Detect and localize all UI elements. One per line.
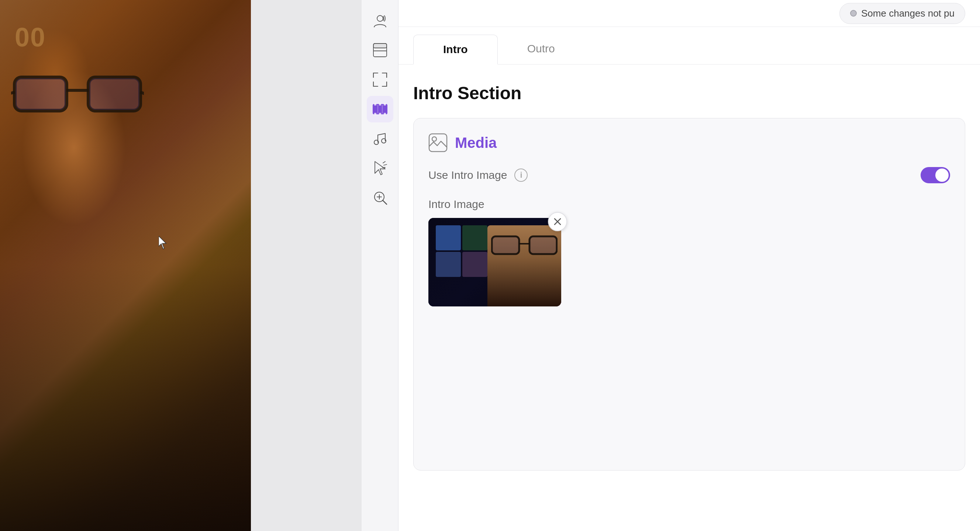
svg-marker-7: [159, 236, 166, 249]
tile-4: [462, 252, 487, 277]
use-intro-image-toggle[interactable]: [921, 167, 950, 183]
svg-rect-32: [429, 134, 447, 152]
tab-intro[interactable]: Intro: [413, 35, 498, 65]
tab-container: Intro Outro: [398, 27, 980, 65]
media-header: Media: [428, 133, 950, 152]
svg-rect-12: [373, 104, 387, 114]
media-card: Media Use Intro Image i Intro Image: [413, 118, 965, 471]
svg-point-8: [377, 16, 383, 21]
more-content: [428, 308, 950, 455]
media-icon: [428, 133, 447, 152]
sidebar-item-music[interactable]: [367, 125, 393, 152]
preview-image: 00: [0, 0, 251, 531]
spacer-area: [251, 0, 361, 531]
cursor-icon: [159, 236, 167, 249]
media-title: Media: [455, 135, 496, 151]
image-tiles: [436, 225, 487, 277]
svg-rect-5: [16, 78, 66, 110]
svg-rect-19: [384, 113, 386, 115]
intro-image-section: Intro Image: [428, 198, 950, 308]
person-silhouette: [487, 225, 561, 306]
glasses-overlay: [11, 67, 144, 125]
svg-rect-34: [492, 236, 519, 254]
close-image-button[interactable]: [548, 212, 567, 231]
intro-image: [428, 218, 561, 306]
intro-image-container: [428, 218, 561, 306]
svg-rect-18: [379, 113, 381, 115]
sidebar-item-scenes[interactable]: [367, 96, 393, 122]
tile-1: [436, 225, 461, 250]
right-panel: Some changes not pu Intro Outro Intro Se…: [398, 0, 980, 531]
svg-point-33: [432, 137, 436, 141]
tile-2: [462, 225, 487, 250]
watermark-text: 00: [15, 22, 46, 52]
sidebar-item-layout[interactable]: [367, 37, 393, 63]
svg-line-26: [384, 165, 387, 165]
svg-line-25: [383, 162, 385, 163]
svg-rect-35: [530, 236, 557, 254]
content-area: Intro Section Media Use Intro Image i: [398, 65, 980, 531]
svg-rect-16: [384, 103, 386, 105]
status-text: Some changes not pu: [861, 8, 955, 19]
use-intro-image-label: Use Intro Image: [428, 169, 507, 181]
sidebar: [361, 0, 398, 531]
svg-rect-14: [374, 103, 376, 105]
status-dot: [850, 10, 857, 17]
preview-area: 00: [0, 0, 251, 531]
svg-rect-15: [379, 103, 381, 105]
sidebar-item-zoom[interactable]: [367, 184, 393, 211]
info-icon[interactable]: i: [514, 168, 528, 182]
svg-rect-10: [374, 43, 387, 48]
sidebar-item-user[interactable]: [367, 7, 393, 34]
top-bar: Some changes not pu: [398, 0, 980, 27]
svg-line-29: [383, 200, 387, 204]
svg-marker-24: [375, 162, 385, 175]
status-indicator: Some changes not pu: [839, 3, 965, 24]
tab-outro[interactable]: Outro: [498, 34, 584, 64]
sidebar-item-cursor[interactable]: [367, 155, 393, 181]
section-title: Intro Section: [413, 83, 965, 103]
use-intro-image-row: Use Intro Image i: [428, 167, 950, 183]
tile-3: [436, 252, 461, 277]
intro-image-label: Intro Image: [428, 198, 950, 211]
svg-rect-17: [374, 113, 376, 115]
svg-rect-6: [89, 78, 140, 110]
sidebar-item-frame[interactable]: [367, 67, 393, 93]
toggle-knob: [935, 168, 949, 182]
